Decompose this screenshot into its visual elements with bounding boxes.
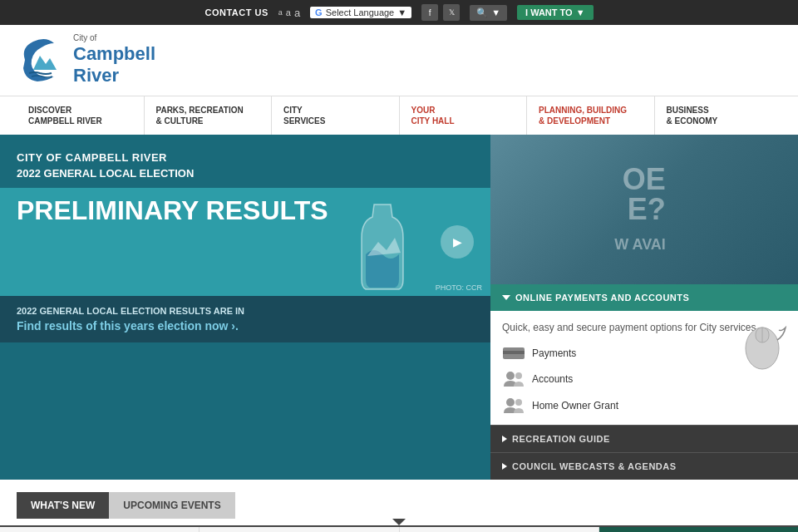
hero-middle: PRELIMINARY RESULTS ▶ PHOTO: CCR xyxy=(0,188,490,296)
online-payments-content: Quick, easy and secure payment options f… xyxy=(490,311,798,425)
google-g-icon: G xyxy=(315,7,323,17)
recreation-guide-label: RECREATION GUIDE xyxy=(512,434,610,444)
search-icon: 🔍 xyxy=(476,7,488,18)
twitter-icon[interactable]: 𝕏 xyxy=(443,4,460,21)
hero-section: CITY OF CAMPBELL RIVER 2022 GENERAL LOCA… xyxy=(0,135,490,480)
bg-text: OEE?W AVAI xyxy=(614,165,666,254)
logo-icon xyxy=(17,35,66,85)
campbell-label: Campbell xyxy=(73,43,155,65)
svg-point-9 xyxy=(515,372,522,379)
tab-indicator-arrow xyxy=(392,519,406,525)
i-want-to-button[interactable]: I WANT TO ▼ xyxy=(517,5,594,20)
home-owner-grant-icon xyxy=(502,397,525,415)
recreation-guide-accordion[interactable]: RECREATION GUIDE xyxy=(490,425,798,452)
home-owner-grant-label: Home Owner Grant xyxy=(532,400,618,411)
right-panel: OEE?W AVAI ONLINE PAYMENTS AND ACCOUNTS … xyxy=(490,135,798,480)
hero-top: CITY OF CAMPBELL RIVER 2022 GENERAL LOCA… xyxy=(0,135,490,188)
logo-text: City of Campbell River xyxy=(73,33,155,87)
font-small[interactable]: a xyxy=(278,8,283,17)
election-title: CITY OF CAMPBELL RIVER xyxy=(17,151,474,164)
main-nav: DISCOVERCAMPBELL RIVER PARKS, RECREATION… xyxy=(0,96,798,135)
font-medium[interactable]: a xyxy=(286,7,291,17)
dropdown-arrow xyxy=(502,295,510,300)
hero-bottom: 2022 GENERAL LOCAL ELECTION RESULTS ARE … xyxy=(0,296,490,342)
translate-chevron: ▼ xyxy=(397,7,406,17)
select-language-label: Select Language xyxy=(326,7,395,17)
svg-rect-7 xyxy=(503,351,525,354)
news-card-4: OCT 14, 2022 VOTE IN THE GENERAL LOCAL E… xyxy=(599,527,798,532)
nav-parks[interactable]: PARKS, RECREATION& CULTURE xyxy=(144,96,272,135)
payments-icon xyxy=(502,345,525,362)
play-icon: ▶ xyxy=(453,235,462,249)
nav-business[interactable]: BUSINESS& ECONOMY xyxy=(654,96,782,135)
google-translate[interactable]: G Select Language ▼ xyxy=(310,7,411,18)
accounts-label: Accounts xyxy=(532,373,573,385)
bottle-illustration xyxy=(349,196,416,296)
news-card-1: OCT 18, 2022 Regional Recreation Survey … xyxy=(0,527,200,532)
news-tabs: WHAT'S NEW UPCOMING EVENTS xyxy=(17,492,781,519)
news-card-3: OCT 17, 2022 Preliminary 2022 Municipal … xyxy=(400,527,599,532)
svg-point-8 xyxy=(506,372,515,380)
election-results-title: 2022 GENERAL LOCAL ELECTION RESULTS ARE … xyxy=(17,306,474,316)
accordion-arrow2 xyxy=(502,463,507,470)
news-cards: OCT 18, 2022 Regional Recreation Survey … xyxy=(0,525,798,532)
online-payments-header[interactable]: ONLINE PAYMENTS AND ACCOUNTS xyxy=(490,284,798,311)
nav-planning[interactable]: PLANNING, BUILDING& DEVELOPMENT xyxy=(526,96,654,135)
nav-city-services[interactable]: CITYSERVICES xyxy=(271,96,399,135)
news-card-2: OCT 17, 2022 Committee of the Whole meet… xyxy=(200,527,399,532)
river-label: River xyxy=(73,65,155,86)
i-want-to-chevron: ▼ xyxy=(576,7,585,17)
payments-label: Payments xyxy=(532,347,576,359)
svg-point-10 xyxy=(506,398,515,406)
tab-upcoming-events[interactable]: UPCOMING EVENTS xyxy=(109,492,234,519)
city-of-label: City of xyxy=(73,33,155,43)
election-year: 2022 GENERAL LOCAL ELECTION xyxy=(17,167,474,180)
logo[interactable]: City of Campbell River xyxy=(17,33,155,87)
mouse-icon xyxy=(736,315,790,373)
council-webcasts-label: COUNCIL WEBCASTS & AGENDAS xyxy=(512,461,677,471)
contact-us-link[interactable]: CONTACT US xyxy=(204,7,268,17)
nav-city-hall[interactable]: YOURCITY HALL xyxy=(399,96,527,135)
tab-whats-new[interactable]: WHAT'S NEW xyxy=(17,492,109,519)
election-results-link[interactable]: Find results of this years election now … xyxy=(17,319,474,332)
site-header: City of Campbell River xyxy=(0,25,798,96)
news-section: WHAT'S NEW UPCOMING EVENTS xyxy=(0,480,798,525)
search-button[interactable]: 🔍 ▼ xyxy=(470,5,507,21)
i-want-to-label: I WANT TO xyxy=(525,7,573,17)
play-button[interactable]: ▶ xyxy=(441,225,474,259)
online-payments-label: ONLINE PAYMENTS AND ACCOUNTS xyxy=(515,293,689,303)
top-bar: CONTACT US a a a G Select Language ▼ f 𝕏… xyxy=(0,0,798,25)
svg-marker-1 xyxy=(33,56,57,70)
accounts-icon xyxy=(502,370,525,388)
nav-discover[interactable]: DISCOVERCAMPBELL RIVER xyxy=(17,96,144,135)
font-size-controls: a a a xyxy=(278,7,300,19)
home-owner-grant-link[interactable]: Home Owner Grant xyxy=(502,397,786,415)
online-payments-section: ONLINE PAYMENTS AND ACCOUNTS Quick, easy… xyxy=(490,284,798,480)
hero-right-bg: OEE?W AVAI xyxy=(490,135,798,284)
font-large[interactable]: a xyxy=(294,7,300,19)
accordion-arrow xyxy=(502,436,507,442)
facebook-icon[interactable]: f xyxy=(421,4,438,21)
svg-point-11 xyxy=(515,399,522,406)
content-area: CITY OF CAMPBELL RIVER 2022 GENERAL LOCA… xyxy=(0,135,798,480)
social-icons: f 𝕏 xyxy=(421,4,460,21)
search-chevron: ▼ xyxy=(491,7,500,17)
photo-credit: PHOTO: CCR xyxy=(436,283,482,292)
council-webcasts-accordion[interactable]: COUNCIL WEBCASTS & AGENDAS xyxy=(490,452,798,480)
